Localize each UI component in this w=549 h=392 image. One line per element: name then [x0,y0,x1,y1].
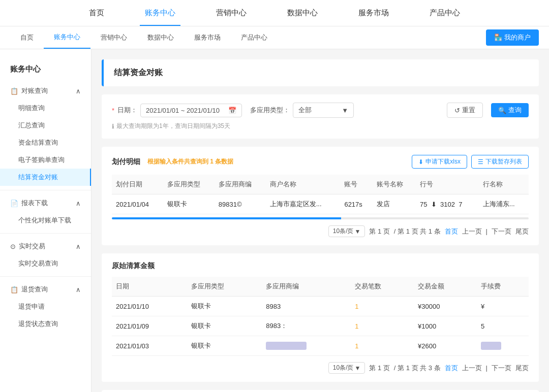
payment-detail-title: 划付明细 [112,157,140,167]
app-type-select[interactable]: 全部 ▼ [293,103,354,118]
download-icon: ⬇ [418,158,423,166]
sidebar-group-reconciliation-label: 对账查询 [21,86,48,95]
orig-amount-2: ¥2600 [414,336,477,356]
orig-table-head: 日期 多应用类型 多应用商编 交易笔数 交易金额 手续费 [112,277,529,297]
sidebar-item-esignature-query[interactable]: 电子签购单查询 [0,151,91,169]
payment-page-size-label: 10条/页 [333,227,354,236]
second-nav-accounting[interactable]: 账务中心 [44,26,90,49]
orig-page-total: / 第 1 页 共 3 条 [394,364,441,373]
orig-page-current: 第 1 页 [369,364,389,373]
date-input[interactable]: 2021/01/01 ~ 2021/01/10 📅 [140,104,242,117]
second-nav-product[interactable]: 产品中心 [231,27,278,48]
original-settlement-table: 日期 多应用类型 多应用商编 交易笔数 交易金额 手续费 2021/01/10 … [112,277,529,356]
sidebar-item-detail-query[interactable]: 明细查询 [0,100,91,117]
nav-accounting[interactable]: 账务中心 [140,0,180,26]
payment-detail-meta: 根据输入条件共查询到 1 条数据 [147,157,233,166]
orig-date-0: 2021/01/10 [112,297,187,316]
nav-home[interactable]: 首页 [84,0,109,26]
page-size-chevron: ▼ [355,228,361,235]
payment-page-size[interactable]: 10条/页 ▼ [328,225,365,237]
orig-page-size[interactable]: 10条/页 ▼ [328,362,365,374]
download-xlsx-button[interactable]: ⬇ 申请下载xlsx [412,155,467,169]
table-header-payment: 划付明细 根据输入条件共查询到 1 条数据 ⬇ 申请下载xlsx ☰ 下载暂存列… [112,155,529,169]
sidebar-item-refund-apply[interactable]: 退货申请 [0,298,91,315]
orig-appcode-1: 8983： [262,316,351,336]
pagination-sep1: 上一页 [462,227,482,236]
bank-name-cell: 上海浦东... [479,194,529,214]
filter-row: * 日期： 2021/01/01 ~ 2021/01/10 📅 多应用类型： 全… [112,103,529,118]
date-required-mark: * [112,107,114,114]
col-account: 账号 [340,175,373,194]
payment-first-page[interactable]: 首页 [445,227,458,236]
orig-fee-1: 5 [477,316,529,336]
nav-product[interactable]: 产品中心 [424,0,465,26]
scroll-bar[interactable] [112,217,529,219]
orig-pagination-next: 下一页 [492,364,511,373]
orig-header-row: 日期 多应用类型 多应用商编 交易笔数 交易金额 手续费 [112,277,529,297]
orig-amount-0: ¥30000 [414,297,477,316]
query-button[interactable]: 🔍 查询 [491,103,529,117]
orig-amount-1: ¥1000 [414,316,477,336]
second-nav-marketing[interactable]: 营销中心 [90,27,137,48]
my-merchant-button[interactable]: 🏪 我的商户 [486,29,539,46]
refund-icon: 📋 [10,286,18,293]
nav-market[interactable]: 服务市场 [353,0,394,26]
sidebar-item-refund-status[interactable]: 退货状态查询 [0,315,91,333]
page-title-bar: 结算资金对账 [102,59,539,86]
second-nav-home[interactable]: 自页 [10,27,44,48]
nav-data[interactable]: 数据中心 [282,0,323,26]
table-row: 2021/01/09 银联卡 8983： 1 ¥1000 5 [112,316,529,336]
orig-appcode-2 [262,336,351,356]
chevron-up-icon-report: ∧ [76,200,81,207]
main-layout: 账务中心 📋 对账查询 ∧ 明细查询 汇总查询 资金结算查询 电子签购单查询 结… [0,49,549,392]
sidebar-item-realtime-query[interactable]: 实时交易查询 [0,255,91,272]
original-settlement-section: 原始清算金额 日期 多应用类型 多应用商编 交易笔数 交易金额 手续费 2021… [102,253,539,382]
sidebar-divider-1 [0,190,91,190]
orig-col-date: 日期 [112,277,187,297]
second-nav: 自页 账务中心 营销中心 数据中心 服务市场 产品中心 🏪 我的商户 [0,26,549,49]
payment-meta-prefix: 根据输入条件共查询到 [147,158,208,165]
payment-table-actions: ⬇ 申请下载xlsx ☰ 下载暂存列表 [412,155,529,169]
sidebar-item-fund-settlement[interactable]: 资金结算查询 [0,134,91,151]
pay-date-cell: 2021/01/04 [112,194,163,214]
col-pay-date: 划付日期 [112,175,163,194]
orig-first-page[interactable]: 首页 [445,364,458,373]
orig-apptype-2: 银联卡 [187,336,262,356]
orig-apptype-0: 银联卡 [187,297,262,316]
orig-pagination-last: 尾页 [515,364,529,373]
sidebar-group-reconciliation[interactable]: 📋 对账查询 ∧ [0,82,91,100]
nav-marketing[interactable]: 营销中心 [211,0,252,26]
orig-page-size-chevron: ▼ [355,365,361,372]
sidebar-item-personalized-download[interactable]: 个性化对账单下载 [0,212,91,229]
chevron-down-icon: ▼ [342,107,348,114]
payment-pagination: 10条/页 ▼ 第 1 页 / 第 1 页 共 1 条 首页 上一页 | 下一页… [112,225,529,237]
sidebar-group-refund[interactable]: 📋 退货查询 ∧ [0,281,91,298]
orig-pagination: 10条/页 ▼ 第 1 页 / 第 1 页 共 3 条 首页 上一页 | 下一页… [112,362,529,374]
sidebar-group-report[interactable]: 📄 报表下载 ∧ [0,194,91,212]
query-label: 查询 [508,106,522,115]
sidebar-divider-3 [0,276,91,277]
col-bank-code: 行号 [416,175,479,194]
orig-appcode-blur [266,342,307,350]
reset-button[interactable]: ↺ 重置 [447,103,483,118]
calendar-icon: 📅 [228,107,236,114]
pagination-sep3: 下一页 [492,227,511,236]
payment-detail-section: 划付明细 根据输入条件共查询到 1 条数据 ⬇ 申请下载xlsx ☰ 下载暂存列… [102,147,539,245]
second-nav-market[interactable]: 服务市场 [184,27,231,48]
orig-tradecount-2: 1 [351,336,414,356]
sidebar-item-settlement-reconciliation[interactable]: 结算资金对账 [0,169,91,186]
app-type-cell: 银联卡 [163,194,215,214]
sidebar-title: 账务中心 [0,59,91,82]
orig-fee-blur [481,342,501,350]
pagination-sep4: 尾页 [515,227,529,236]
top-nav: 首页 账务中心 营销中心 数据中心 服务市场 产品中心 [0,0,549,26]
sidebar-item-summary-query[interactable]: 汇总查询 [0,117,91,134]
page-title: 结算资金对账 [114,68,163,78]
info-icon: ℹ [112,123,114,130]
sidebar-group-realtime[interactable]: ⊙ 实时交易 ∧ [0,238,91,255]
second-nav-data[interactable]: 数据中心 [137,27,184,48]
sidebar-group-report-label: 报表下载 [21,199,48,208]
col-bank-name: 行名称 [479,175,529,194]
download-store-button[interactable]: ☰ 下载暂存列表 [471,155,529,169]
merchant-name-cell: 上海市嘉定区发... [266,194,341,214]
